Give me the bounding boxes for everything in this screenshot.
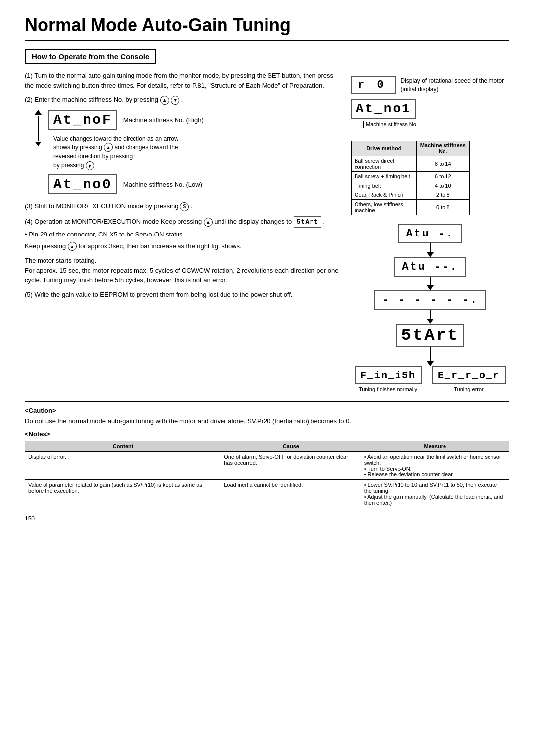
flow-line3: [430, 310, 431, 319]
notes-row: Display of error.One of alarm, Servo-OFF…: [25, 452, 509, 480]
error-item: E_r_r_o_r Tuning error: [432, 366, 506, 392]
down-arrow-btn[interactable]: ▼: [171, 96, 179, 105]
flow-display3: - - - - - -.: [374, 290, 486, 310]
lcd-high: At_noF: [48, 110, 117, 130]
motor-description: The motor starts rotating. For approx. 1…: [25, 256, 341, 285]
finish-row: F_in_i5h Tuning finishes normally E_r_r_…: [355, 366, 506, 392]
down-btn2[interactable]: ▼: [86, 161, 94, 170]
notes-row: Value of parameter related to gain (such…: [25, 480, 509, 508]
step1-displays: r 0 Display of rotational speed of the m…: [351, 76, 509, 128]
notes-measure-cell: • Avoid an operation near the limit swit…: [361, 452, 509, 480]
flow-display4: 5tArt: [396, 324, 464, 347]
error-display: E_r_r_o_r: [432, 366, 506, 384]
flow-arrowhead1: [427, 252, 434, 257]
flowchart: Atu -. Atu --. - - - - - -. 5tArt: [355, 224, 506, 392]
up-btn3[interactable]: ▲: [204, 218, 213, 227]
arrow-down-icon: [35, 142, 42, 146]
caution-section: <Caution> Do not use the normal mode aut…: [25, 401, 509, 508]
notes-cause-cell: Load inertia cannot be identified.: [221, 480, 361, 508]
up-btn4[interactable]: ▲: [68, 242, 77, 251]
section-header: How to Operate from the Console: [25, 49, 156, 64]
flow-arrow3: [427, 310, 434, 324]
notes-measure-cell: • Lower SV.Pr10 to 10 and SV.Pr11 to 50,…: [361, 480, 509, 508]
flow-line4: [430, 347, 431, 361]
notes-cause-cell: One of alarm, Servo-OFF or deviation cou…: [221, 452, 361, 480]
stiffness-table-container: Drive method Machine stiffness No. Ball …: [351, 136, 509, 215]
page-title: Normal Mode Auto-Gain Tuning: [25, 15, 509, 41]
notes-col-content: Content: [25, 441, 221, 452]
flow-line2: [430, 277, 431, 285]
mode-display-container: At_no1 Machine stiffness No.: [351, 99, 418, 128]
flow-line1: [430, 243, 431, 252]
flow-display2: Atu --.: [394, 257, 466, 277]
caution-title: <Caution>: [25, 407, 509, 414]
stiffness-left: [35, 110, 42, 146]
flow-arrowhead3: [427, 319, 434, 324]
col-drive: Drive method: [352, 141, 417, 156]
speed-display: r 0: [351, 76, 396, 94]
s-btn[interactable]: S: [180, 202, 189, 211]
drive-method-cell: Timing belt: [352, 181, 417, 190]
right-column: r 0 Display of rotational speed of the m…: [351, 71, 509, 392]
table-row: Others, low stiffness machine0 to 8: [352, 200, 470, 215]
stiffness-table: Drive method Machine stiffness No. Ball …: [351, 141, 470, 215]
table-row: Gear, Rack & Pinion2 to 8: [352, 190, 470, 200]
left-column: (1) Turn to the normal auto-gain tuning …: [25, 71, 351, 392]
step1-text: (1) Turn to the normal auto-gain tuning …: [25, 71, 341, 90]
finish-display: F_in_i5h: [355, 366, 422, 384]
stiffness-no-cell: 8 to 14: [416, 156, 469, 172]
step3-text: (3) Shift to MONITOR/EXECUTION mode by p…: [25, 201, 341, 211]
step4-pin: • Pin-29 of the connector, CN X5 to be S…: [25, 230, 341, 239]
notes-table: Content Cause Measure Display of error.O…: [25, 441, 509, 508]
lcd-low: At_no0: [48, 174, 117, 194]
flow-display1: Atu -.: [398, 224, 462, 243]
step1: (1) Turn to the normal auto-gain tuning …: [25, 71, 341, 90]
label-low: Machine stiffness No. (Low): [123, 181, 202, 188]
speed-note: Display of rotational speed of the motor…: [400, 77, 509, 94]
step5-text: (5) Write the gain value to EEPROM to pr…: [25, 290, 341, 300]
flow-arrowhead4: [427, 361, 434, 366]
stiffness-no-cell: 4 to 10: [416, 181, 469, 190]
table-row: Ball screw + timing belt6 to 12: [352, 172, 470, 181]
drive-method-cell: Ball screw + timing belt: [352, 172, 417, 181]
stiffness-displays: At_noF Machine stiffness No. (High) Valu…: [48, 110, 204, 195]
double-arrow: [35, 110, 42, 146]
caution-text: Do not use the normal mode auto-gain tun…: [25, 417, 509, 425]
up-btn2[interactable]: ▲: [104, 143, 113, 152]
step4: (4) Operation at MONITOR/EXECUTION mode …: [25, 216, 341, 251]
up-arrow-btn[interactable]: ▲: [160, 96, 169, 105]
drive-method-cell: Ball screw direct connection: [352, 156, 417, 172]
drive-method-cell: Gear, Rack & Pinion: [352, 190, 417, 200]
notes-title: <Notes>: [25, 430, 509, 438]
flow-arrowhead2: [427, 285, 434, 290]
stiffness-diagram: At_noF Machine stiffness No. (High) Valu…: [35, 110, 341, 195]
step2-desc: Value changes toward the direction as an…: [53, 134, 192, 171]
mode-display: At_no1: [351, 99, 416, 119]
step5: (5) Write the gain value to EEPROM to pr…: [25, 290, 341, 300]
label-high: Machine stiffness No. (High): [123, 116, 204, 124]
notes-col-cause: Cause: [221, 441, 361, 452]
stiffness-note: Machine stiffness No.: [366, 121, 418, 127]
stiffness-no-cell: 2 to 8: [416, 190, 469, 200]
flow-arrow4: [427, 347, 434, 366]
mode-display-row: At_no1 Machine stiffness No.: [351, 99, 509, 128]
table-row: Ball screw direct connection8 to 14: [352, 156, 470, 172]
notes-col-measure: Measure: [361, 441, 509, 452]
speed-display-row: r 0 Display of rotational speed of the m…: [351, 76, 509, 94]
finish-label: Tuning finishes normally: [359, 386, 417, 392]
drive-method-cell: Others, low stiffness machine: [352, 200, 417, 215]
page-number: 150: [25, 515, 509, 522]
notes-content-cell: Value of parameter related to gain (such…: [25, 480, 221, 508]
flow-arrow2: [427, 277, 434, 290]
flow-arrow1: [427, 243, 434, 257]
stiffness-no-cell: 6 to 12: [416, 172, 469, 181]
step4-keep: Keep pressing ▲ for approx.3sec, then ba…: [25, 241, 341, 251]
lcd-start-inline: 5tArt: [294, 216, 321, 228]
step4-text: (4) Operation at MONITOR/EXECUTION mode …: [25, 216, 341, 228]
arrow-up-icon: [35, 110, 42, 115]
error-label: Tuning error: [454, 386, 484, 392]
vert-line: [38, 116, 39, 141]
step3: (3) Shift to MONITOR/EXECUTION mode by p…: [25, 201, 341, 211]
stiffness-no-cell: 0 to 8: [416, 200, 469, 215]
notes-content-cell: Display of error.: [25, 452, 221, 480]
